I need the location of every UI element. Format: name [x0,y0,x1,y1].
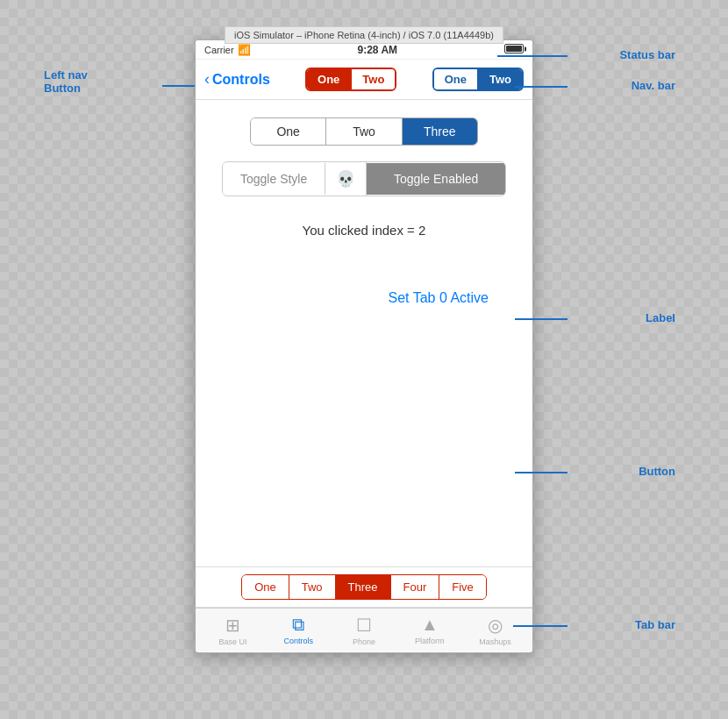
chevron-left-icon: ‹ [204,70,210,89]
annotation-left-nav: Left navButton [44,68,88,95]
baseui-tab-label: Base UI [218,637,246,646]
bottom-seg-four[interactable]: Four [391,575,440,599]
baseui-tab-icon: ⊞ [225,615,240,636]
skull-icon[interactable]: 💀 [325,162,367,196]
nav-bar: ‹ Controls One Two One Two [196,60,532,100]
bottom-segmented-control[interactable]: One Two Three Four Five [241,574,487,600]
tab-controls[interactable]: ⧉ Controls [266,615,332,645]
bottom-seg-five[interactable]: Five [439,575,486,599]
tab-baseui[interactable]: ⊞ Base UI [200,615,266,646]
annotation-tab-bar: Tab bar [635,618,675,631]
back-button[interactable]: ‹ Controls [204,70,270,89]
status-time: 9:28 AM [358,44,398,56]
seg-three-one[interactable]: One [251,118,326,145]
annotation-line-label [515,318,567,320]
seg-three-two[interactable]: Two [326,118,402,145]
bottom-seg-two[interactable]: Two [289,575,336,599]
main-content: One Two Three Toggle Style 💀 Toggle Enab… [196,100,532,566]
toggle-enabled-button[interactable]: Toggle Enabled [367,163,505,195]
simulator-title: iOS Simulator – iPhone Retina (4-inch) /… [225,26,503,44]
toggle-style-button[interactable]: Toggle Style [223,163,325,195]
seg-three-three[interactable]: Three [403,118,477,145]
annotation-line-tabbar [513,625,567,627]
nav-title: Controls [212,72,270,88]
battery-icon [504,44,524,55]
tab-phone[interactable]: ☐ Phone [332,615,397,646]
annotation-line-leftnav [162,85,195,87]
tab-platform[interactable]: ▲ Platform [396,615,462,645]
nav-seg-red-two[interactable]: Two [352,69,395,89]
tab-bar: ⊞ Base UI ⧉ Controls ☐ Phone ▲ Platform … [196,608,532,651]
tab-mashups[interactable]: ◎ Mashups [462,615,528,646]
phone-tab-label: Phone [353,637,375,646]
wifi-icon: 📶 [238,44,251,56]
nav-seg-red-one[interactable]: One [307,69,352,89]
platform-tab-icon: ▲ [421,615,439,635]
platform-tab-label: Platform [415,637,445,645]
controls-tab-label: Controls [283,637,313,645]
bottom-seg-one[interactable]: One [242,575,289,599]
mashups-tab-icon: ◎ [488,615,503,636]
nav-segmented-blue[interactable]: One Two [432,68,524,91]
toggle-row: Toggle Style 💀 Toggle Enabled [222,161,506,196]
annotation-line-status [497,55,567,57]
set-tab-button[interactable]: Set Tab 0 Active [222,281,506,315]
annotation-status-bar: Status bar [619,48,675,61]
nav-segmented-red[interactable]: One Two [305,68,396,91]
iphone-frame: Carrier 📶 9:28 AM ‹ Controls One Two One… [195,39,533,653]
annotation-nav-bar: Nav. bar [632,79,675,92]
nav-seg-blue-one[interactable]: One [434,69,479,89]
annotation-label: Label [646,311,675,324]
carrier-text: Carrier [204,45,234,55]
click-label: You clicked index = 2 [222,223,506,238]
annotation-button: Button [639,465,675,478]
phone-tab-icon: ☐ [356,615,372,636]
three-segment-control[interactable]: One Two Three [250,117,478,146]
carrier-label: Carrier 📶 [204,44,251,56]
controls-tab-icon: ⧉ [292,615,304,635]
bottom-seg-bar: One Two Three Four Five [196,566,532,608]
annotation-line-nav [515,86,567,88]
bottom-seg-three[interactable]: Three [336,575,391,599]
annotation-line-button [515,472,567,473]
mashups-tab-label: Mashups [479,637,511,646]
